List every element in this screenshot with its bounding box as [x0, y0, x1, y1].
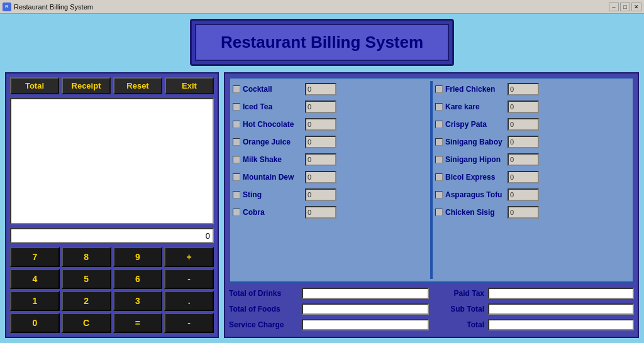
food-checkbox-7[interactable] — [435, 209, 443, 216]
summary-left: Total of Drinks Total of Foods Service C… — [229, 286, 429, 332]
total-foods-input[interactable] — [302, 303, 429, 315]
foods-column: Fried ChickenKare kareCrispy PataSinigan… — [435, 81, 630, 279]
drink-input-5[interactable] — [305, 171, 336, 183]
drink-row: Iced Tea — [233, 99, 428, 115]
total-drinks-row: Total of Drinks — [229, 286, 429, 300]
food-input-6[interactable] — [508, 188, 539, 201]
food-checkbox-4[interactable] — [435, 156, 443, 163]
num-8[interactable]: 8 — [62, 247, 111, 267]
drink-checkbox-3[interactable] — [233, 138, 240, 146]
num-c[interactable]: C — [62, 313, 111, 333]
app-title: Restaurant Billing System — [221, 33, 423, 52]
app-icon: R — [3, 3, 11, 11]
total-foods-label: Total of Foods — [229, 305, 298, 313]
food-input-7[interactable] — [508, 206, 539, 219]
numpad: 7 8 9 + 4 5 6 - 1 2 3 . 0 C = - — [10, 247, 214, 333]
service-charge-input[interactable] — [302, 319, 429, 330]
drink-input-0[interactable] — [305, 83, 336, 95]
food-row: Bicol Express — [435, 169, 630, 185]
food-label-6: Asparagus Tofu — [445, 190, 505, 199]
drink-row: Hot Chocolate — [233, 116, 428, 133]
receipt-display — [10, 98, 214, 224]
sub-total-label: Sub Total — [434, 305, 484, 313]
close-button[interactable]: ✕ — [631, 3, 641, 11]
food-label-7: Chicken Sisig — [445, 208, 505, 217]
paid-tax-row: Paid Tax — [434, 286, 634, 300]
reset-button[interactable]: Reset — [113, 77, 162, 94]
num-eq[interactable]: = — [113, 313, 163, 333]
num-minus2[interactable]: - — [164, 313, 214, 333]
action-buttons: Total Receipt Reset Exit — [10, 77, 214, 94]
drink-row: Mountain Dew — [233, 169, 428, 185]
total-drinks-input[interactable] — [302, 288, 429, 299]
num-2[interactable]: 2 — [62, 291, 111, 311]
food-input-2[interactable] — [508, 118, 539, 131]
drink-input-3[interactable] — [305, 136, 336, 148]
summary-right: Paid Tax Sub Total Total — [434, 286, 634, 332]
exit-button[interactable]: Exit — [165, 77, 214, 94]
drink-input-4[interactable] — [305, 153, 336, 166]
food-input-4[interactable] — [508, 153, 539, 166]
total-input[interactable] — [488, 319, 634, 330]
minimize-button[interactable]: – — [609, 3, 619, 11]
num-minus[interactable]: - — [164, 269, 214, 289]
drink-checkbox-2[interactable] — [233, 121, 240, 128]
drink-checkbox-6[interactable] — [233, 191, 240, 199]
num-plus[interactable]: + — [164, 247, 214, 267]
drink-row: Orange Juice — [233, 134, 428, 150]
food-checkbox-0[interactable] — [435, 85, 443, 93]
food-row: Chicken Sisig — [435, 204, 630, 220]
total-button[interactable]: Total — [10, 77, 59, 94]
left-panel: Total Receipt Reset Exit 0 7 8 9 + 4 5 6… — [5, 72, 219, 338]
num-9[interactable]: 9 — [113, 247, 163, 267]
sub-total-input[interactable] — [488, 303, 634, 315]
food-checkbox-2[interactable] — [435, 121, 443, 128]
drink-checkbox-7[interactable] — [233, 209, 240, 216]
service-charge-row: Service Charge — [229, 318, 429, 332]
num-7[interactable]: 7 — [10, 247, 60, 267]
drink-row: Cobra — [233, 204, 428, 220]
food-checkbox-5[interactable] — [435, 173, 443, 181]
drink-checkbox-5[interactable] — [233, 173, 240, 181]
drink-label-7: Cobra — [243, 208, 303, 217]
paid-tax-input[interactable] — [488, 288, 634, 299]
total-drinks-label: Total of Drinks — [229, 289, 298, 298]
food-input-1[interactable] — [508, 101, 539, 113]
food-row: Fried Chicken — [435, 81, 630, 97]
drink-checkbox-1[interactable] — [233, 103, 240, 111]
bottom-layout: Total Receipt Reset Exit 0 7 8 9 + 4 5 6… — [5, 72, 639, 338]
num-6[interactable]: 6 — [113, 269, 163, 289]
food-row: Asparagus Tofu — [435, 187, 630, 203]
right-panel: CocktailIced TeaHot ChocolateOrange Juic… — [224, 72, 639, 338]
num-1[interactable]: 1 — [10, 291, 60, 311]
sub-total-row: Sub Total — [434, 302, 634, 316]
total-row: Total — [434, 318, 634, 332]
drink-input-6[interactable] — [305, 188, 336, 201]
drink-label-2: Hot Chocolate — [243, 120, 303, 129]
summary-section: Total of Drinks Total of Foods Service C… — [229, 285, 634, 333]
drink-input-2[interactable] — [305, 118, 336, 131]
maximize-button[interactable]: □ — [620, 3, 630, 11]
drink-label-0: Cocktail — [243, 85, 303, 94]
food-checkbox-1[interactable] — [435, 103, 443, 111]
food-checkbox-3[interactable] — [435, 138, 443, 146]
food-input-5[interactable] — [508, 171, 539, 183]
num-5[interactable]: 5 — [62, 269, 111, 289]
drink-row: Sting — [233, 187, 428, 203]
food-input-0[interactable] — [508, 83, 539, 95]
drink-label-3: Orange Juice — [243, 138, 303, 146]
header-inner: Restaurant Billing System — [195, 24, 449, 61]
food-row: Sinigang Baboy — [435, 134, 630, 150]
food-label-5: Bicol Express — [445, 173, 505, 182]
drink-input-1[interactable] — [305, 101, 336, 113]
num-dot[interactable]: . — [164, 291, 214, 311]
num-3[interactable]: 3 — [113, 291, 163, 311]
receipt-button[interactable]: Receipt — [62, 77, 111, 94]
drink-checkbox-0[interactable] — [233, 85, 240, 93]
food-checkbox-6[interactable] — [435, 191, 443, 199]
drink-input-7[interactable] — [305, 206, 336, 219]
num-0[interactable]: 0 — [10, 313, 60, 333]
num-4[interactable]: 4 — [10, 269, 60, 289]
drink-checkbox-4[interactable] — [233, 156, 240, 163]
food-input-3[interactable] — [508, 136, 539, 148]
